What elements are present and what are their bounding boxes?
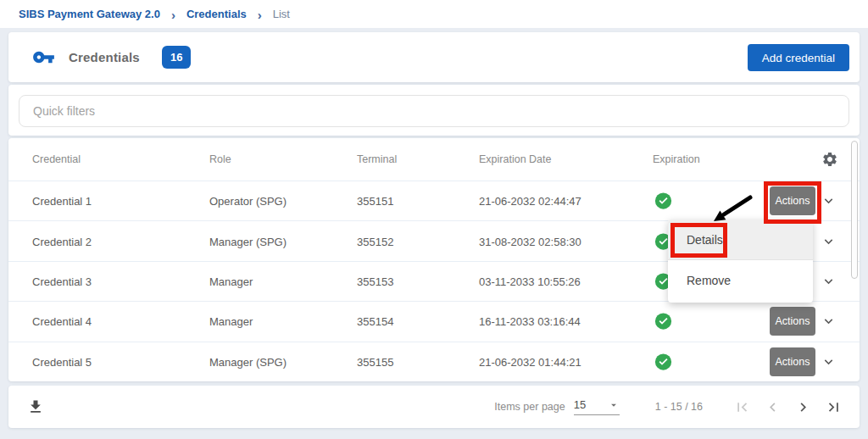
caret-down-icon [608,399,620,411]
cell-credential: Credential 3 [32,275,92,288]
cell-terminal: 355152 [357,235,393,247]
filters-card [8,85,860,136]
column-header-role[interactable]: Role [209,153,231,165]
cell-role: Manager [209,315,253,328]
column-header-credential[interactable]: Credential [32,153,81,165]
cell-role: Manager [209,275,253,288]
green-check-circle-icon [654,192,672,210]
last-page-icon[interactable] [825,398,843,416]
pager-buttons [733,398,843,416]
chevron-down-icon[interactable] [821,274,837,290]
green-check-circle-icon [654,353,672,370]
add-credential-button[interactable]: Add credential [748,44,849,71]
breadcrumb-item-gateway[interactable]: SIBS Payment Gateway 2.0 [19,8,160,20]
chevron-left-icon[interactable] [764,398,782,416]
table-scrollbar[interactable] [851,141,858,279]
green-check-circle-icon [654,313,672,331]
cell-terminal: 355155 [357,355,393,368]
cell-terminal: 355151 [357,195,393,208]
chevron-right-icon: › [171,8,175,21]
table-row: Credential 1 Operator (SPG) 355151 21-06… [8,181,860,220]
cell-expiration-date: 21-06-2032 02:44:47 [479,195,581,208]
breadcrumb-item-credentials[interactable]: Credentials [186,8,247,20]
download-icon[interactable] [27,398,44,415]
cell-expiration-date: 16-11-2033 03:16:44 [479,315,581,328]
page-title: Credentials [69,50,140,64]
page: SIBS Payment Gateway 2.0 › Credentials ›… [0,0,868,439]
menu-item-remove[interactable]: Remove [668,260,813,301]
pagination-controls: Items per page 15 1 - 15 / 16 [494,386,843,428]
cell-expiration-date: 21-06-2032 01:44:21 [479,355,581,368]
actions-dropdown-menu: Details Remove [668,220,813,303]
actions-button[interactable]: Actions [770,186,815,215]
header-title-group: Credentials 16 [32,32,191,82]
chevron-down-icon[interactable] [821,233,837,249]
header-card: Credentials 16 Add credential [8,32,860,82]
gear-icon[interactable] [821,151,838,168]
items-per-page-value: 15 [574,398,586,411]
pagination-bar: Items per page 15 1 - 15 / 16 [8,386,860,428]
cell-role: Manager (SPG) [209,235,287,247]
items-per-page-label: Items per page [494,401,565,413]
chevron-down-icon[interactable] [821,353,837,370]
table-row: Credential 4 Manager 355154 16-11-2033 0… [8,301,860,341]
cell-credential: Credential 5 [32,355,92,368]
chevron-down-icon[interactable] [821,193,837,209]
cell-credential: Credential 4 [32,315,92,328]
cell-credential: Credential 1 [32,195,92,208]
cell-credential: Credential 2 [32,235,92,247]
menu-item-details[interactable]: Details [668,220,813,260]
column-header-terminal[interactable]: Terminal [357,153,397,165]
cell-role: Operator (SPG) [209,195,287,208]
chevron-down-icon[interactable] [821,314,837,330]
quick-filters-input[interactable] [19,95,849,127]
table-header-row: Credential Role Terminal Expiration Date… [8,138,860,181]
breadcrumb: SIBS Payment Gateway 2.0 › Credentials ›… [0,0,868,28]
first-page-icon[interactable] [733,398,751,416]
actions-button[interactable]: Actions [770,347,815,376]
page-range-label: 1 - 15 / 16 [655,401,703,413]
credentials-count-badge: 16 [162,46,191,69]
cell-expiration-date: 31-08-2032 02:58:30 [479,235,581,247]
cell-terminal: 355154 [357,315,393,328]
actions-button[interactable]: Actions [770,307,815,336]
column-header-expiration[interactable]: Expiration [653,153,700,165]
chevron-right-icon[interactable] [794,398,812,416]
key-icon [32,46,55,69]
items-per-page-select[interactable]: 15 [574,398,620,415]
chevron-right-icon: › [258,8,262,21]
cell-expiration-date: 03-11-2033 10:55:26 [479,275,581,288]
cell-terminal: 355153 [357,275,393,288]
column-header-expiration-date[interactable]: Expiration Date [479,153,551,165]
cell-role: Manager (SPG) [209,355,287,368]
breadcrumb-item-list[interactable]: List [273,8,290,20]
table-row: Credential 5 Manager (SPG) 355155 21-06-… [8,342,860,381]
